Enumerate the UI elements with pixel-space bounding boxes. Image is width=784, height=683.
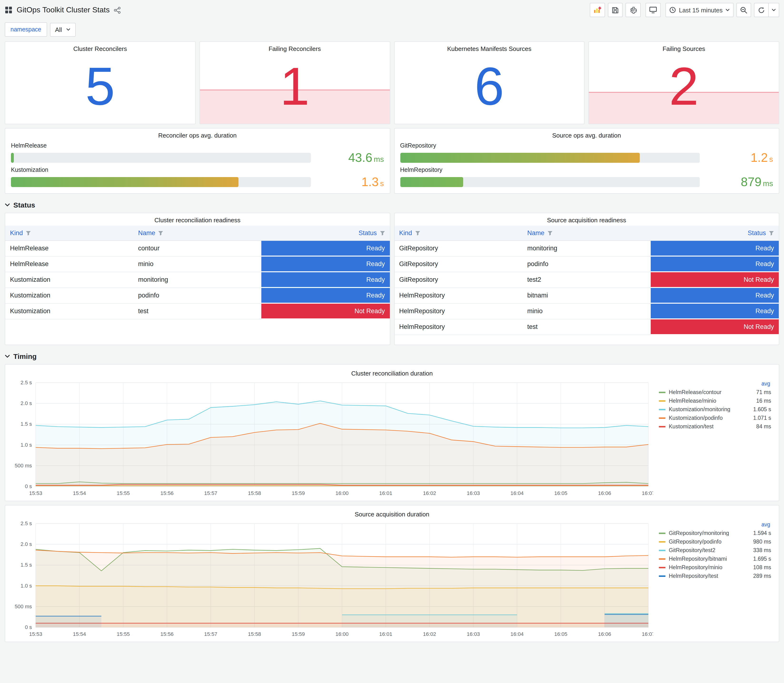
svg-text:16:07: 16:07 — [642, 631, 653, 637]
legend-item[interactable]: Kustomization/monitoring 1.605 s — [659, 405, 771, 414]
stat-value: 2 — [589, 50, 779, 124]
column-header-kind[interactable]: Kind — [394, 226, 523, 240]
legend-item[interactable]: GitRepository/test2 338 ms — [659, 546, 771, 555]
panel-title[interactable]: Source acquisition duration — [9, 507, 775, 520]
column-header-status[interactable]: Status — [261, 226, 390, 240]
legend-avg-header[interactable]: avg — [659, 380, 771, 388]
series-name: HelmRelease/minio — [669, 398, 753, 404]
cycle-view-button[interactable] — [646, 3, 661, 17]
refresh-button[interactable] — [754, 3, 769, 17]
series-name: HelmRepository/bitnami — [669, 556, 750, 562]
svg-text:15:56: 15:56 — [160, 490, 173, 496]
section-timing[interactable]: Timing — [5, 352, 779, 360]
gauge-label: HelmRepository — [400, 167, 773, 173]
zoom-out-button[interactable] — [736, 3, 751, 17]
column-header-name[interactable]: Name — [523, 226, 651, 240]
column-header-status[interactable]: Status — [651, 226, 779, 240]
series-avg-value: 338 ms — [753, 547, 771, 553]
legend-item[interactable]: HelmRepository/minio 108 ms — [659, 563, 771, 572]
legend-item[interactable]: Kustomization/test 84 ms — [659, 422, 771, 431]
svg-text:0 s: 0 s — [25, 624, 32, 630]
svg-text:2.5 s: 2.5 s — [21, 521, 32, 526]
cell-kind: Kustomization — [5, 303, 133, 319]
svg-text:16:00: 16:00 — [335, 631, 348, 637]
stat-value: 5 — [5, 50, 195, 124]
svg-text:16:02: 16:02 — [423, 490, 436, 496]
column-header-kind[interactable]: Kind — [5, 226, 133, 240]
svg-text:16:06: 16:06 — [598, 490, 611, 496]
legend-item[interactable]: GitRepository/podinfo 980 ms — [659, 537, 771, 546]
legend-item[interactable]: HelmRepository/bitnami 1.695 s — [659, 555, 771, 563]
series-color-mark — [659, 567, 665, 568]
series-color-mark — [659, 558, 665, 560]
panel-title[interactable]: Reconciler ops avg. duration — [11, 128, 384, 141]
svg-text:16:03: 16:03 — [467, 631, 480, 637]
svg-text:15:57: 15:57 — [204, 631, 217, 637]
svg-text:2.0 s: 2.0 s — [21, 400, 32, 406]
tables-row: Cluster reconciliation readiness Kind Na… — [5, 213, 779, 345]
refresh-interval-caret[interactable] — [769, 3, 779, 17]
legend-avg-header[interactable]: avg — [659, 521, 771, 529]
series-name: GitRepository/monitoring — [669, 530, 750, 536]
variable-namespace-select[interactable]: All — [50, 22, 76, 37]
svg-text:15:53: 15:53 — [29, 490, 42, 496]
time-range-picker[interactable]: Last 15 minutes — [665, 3, 734, 17]
chart-legend: avg GitRepository/monitoring 1.594 s — [653, 520, 775, 640]
dashboard-settings-button[interactable] — [625, 3, 641, 17]
stat-value: 6 — [394, 50, 584, 124]
svg-text:15:56: 15:56 — [160, 631, 173, 637]
table-row: GitRepository test2 Not Ready — [394, 272, 779, 287]
filter-icon — [26, 231, 31, 236]
svg-text:15:59: 15:59 — [292, 490, 305, 496]
series-name: Kustomization/test — [669, 423, 753, 429]
table-panel-reconciliation: Cluster reconciliation readiness Kind Na… — [5, 213, 390, 345]
cell-name: test — [523, 319, 651, 335]
panel-title[interactable]: Source ops avg. duration — [400, 128, 773, 141]
legend-item[interactable]: HelmRelease/minio 16 ms — [659, 396, 771, 405]
gauge-panel-reconciler: Reconciler ops avg. duration HelmRelease… — [5, 128, 390, 194]
cell-kind: GitRepository — [394, 240, 523, 256]
panel-title[interactable]: Cluster reconciliation readiness — [5, 213, 390, 226]
filter-icon — [547, 231, 552, 236]
chevron-down-icon — [725, 8, 730, 11]
svg-text:16:04: 16:04 — [510, 631, 524, 637]
chart-panel-reconciliation: Cluster reconciliation duration 15:5315:… — [5, 364, 779, 501]
time-range-label: Last 15 minutes — [679, 6, 723, 14]
save-dashboard-button[interactable] — [608, 3, 623, 17]
svg-text:16:01: 16:01 — [379, 490, 392, 496]
legend-item[interactable]: HelmRelease/contour 71 ms — [659, 388, 771, 396]
variable-namespace-label[interactable]: namespace — [5, 22, 47, 37]
table-row: HelmRepository bitnami Ready — [394, 287, 779, 303]
panel-title[interactable]: Source acquisition readiness — [394, 213, 779, 226]
status-badge: Not Ready — [651, 272, 779, 287]
stat-panel: Failing Reconcilers 1 — [199, 42, 390, 124]
status-badge: Ready — [261, 272, 390, 287]
share-icon[interactable] — [114, 6, 121, 14]
chart-panel-acquisition: Source acquisition duration 15:5315:5415… — [5, 505, 779, 642]
gauge-fill — [11, 153, 14, 163]
table-row: HelmRelease contour Ready — [5, 240, 390, 256]
stat-panel: Cluster Reconcilers 5 — [5, 42, 196, 124]
filter-icon — [380, 231, 385, 236]
cell-name: contour — [133, 240, 261, 256]
chart-plot[interactable]: 15:5315:5415:5515:5615:5715:5815:5916:00… — [9, 520, 653, 640]
cell-kind: Kustomization — [5, 272, 133, 287]
stat-value: 1 — [200, 50, 390, 124]
cell-kind: GitRepository — [394, 272, 523, 287]
series-color-mark — [659, 400, 665, 401]
section-status[interactable]: Status — [5, 201, 779, 209]
series-name: GitRepository/test2 — [669, 547, 750, 553]
cell-name: monitoring — [523, 240, 651, 256]
column-header-name[interactable]: Name — [133, 226, 261, 240]
add-panel-button[interactable] — [590, 3, 605, 17]
series-avg-value: 1.695 s — [753, 556, 771, 562]
gauge-fill — [400, 177, 463, 187]
panel-title[interactable]: Cluster reconciliation duration — [9, 367, 775, 379]
legend-item[interactable]: GitRepository/monitoring 1.594 s — [659, 529, 771, 537]
svg-text:15:58: 15:58 — [248, 631, 261, 637]
legend-item[interactable]: HelmRepository/test 289 ms — [659, 572, 771, 580]
chart-plot[interactable]: 15:5315:5415:5515:5615:5715:5815:5916:00… — [9, 379, 653, 499]
gauge-track — [11, 153, 311, 163]
legend-item[interactable]: Kustomization/podinfo 1.071 s — [659, 414, 771, 422]
table-panel-acquisition: Source acquisition readiness Kind Name S… — [394, 213, 779, 345]
